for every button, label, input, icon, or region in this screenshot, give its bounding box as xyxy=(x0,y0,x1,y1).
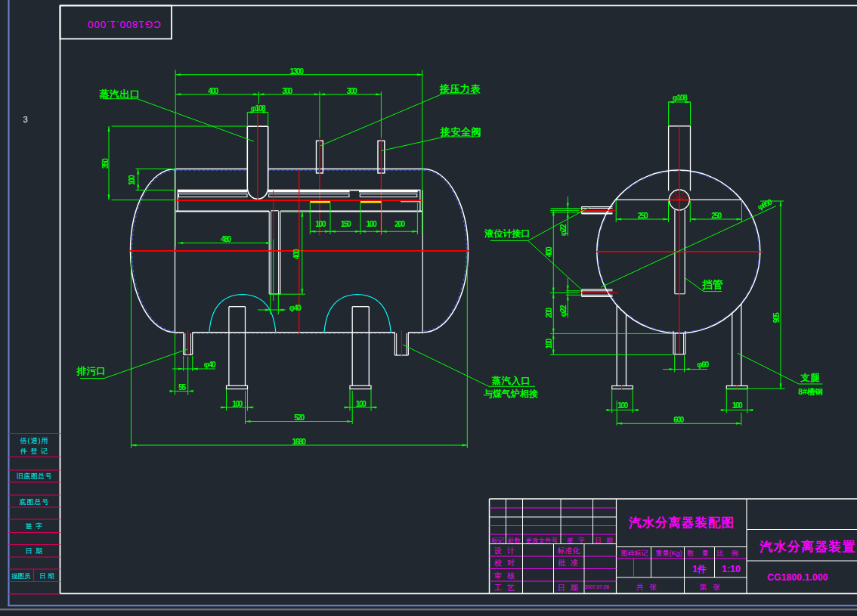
svg-text:批 准: 批 准 xyxy=(558,559,580,567)
svg-text:标记: 标记 xyxy=(491,537,505,544)
svg-text:接安全阀: 接安全阀 xyxy=(440,126,481,138)
svg-text:600: 600 xyxy=(673,416,684,424)
svg-text:校 对: 校 对 xyxy=(493,559,516,567)
svg-text:400: 400 xyxy=(545,246,553,257)
svg-text:2007.07.08: 2007.07.08 xyxy=(584,584,609,590)
svg-text:100: 100 xyxy=(232,400,243,408)
svg-text:100: 100 xyxy=(356,400,367,408)
svg-text:处数: 处数 xyxy=(508,537,521,544)
svg-text:描图员: 描图员 xyxy=(11,572,31,580)
svg-text:100: 100 xyxy=(732,401,743,410)
svg-text:350: 350 xyxy=(101,158,110,169)
svg-text:1:10: 1:10 xyxy=(722,564,741,574)
svg-text:φ60: φ60 xyxy=(697,361,709,369)
svg-text:8#槽钢: 8#槽钢 xyxy=(798,387,823,396)
svg-text:1680: 1680 xyxy=(292,438,307,446)
svg-text:设 计: 设 计 xyxy=(493,546,516,555)
svg-text:520: 520 xyxy=(294,413,305,422)
svg-text:与煤气炉相接: 与煤气炉相接 xyxy=(484,388,538,399)
svg-text:100: 100 xyxy=(128,175,136,185)
svg-text:φ108: φ108 xyxy=(251,104,266,113)
svg-text:3: 3 xyxy=(23,115,27,124)
svg-text:支腿: 支腿 xyxy=(800,373,820,383)
svg-text:200: 200 xyxy=(545,307,553,317)
svg-text:φ22: φ22 xyxy=(559,305,568,317)
svg-text:汽水分离器装配图: 汽水分离器装配图 xyxy=(628,515,735,529)
svg-text:借(通)用: 借(通)用 xyxy=(20,437,49,444)
svg-text:150: 150 xyxy=(341,220,351,228)
svg-text:φ40: φ40 xyxy=(204,361,216,369)
svg-text:200: 200 xyxy=(394,220,405,228)
svg-text:件 登 记: 件 登 记 xyxy=(20,447,48,455)
svg-text:250: 250 xyxy=(638,212,648,220)
svg-text:汽水分离器装置: 汽水分离器装置 xyxy=(759,539,855,554)
svg-text:蒸汽出口: 蒸汽出口 xyxy=(99,88,141,100)
svg-text:更改文件号: 更改文件号 xyxy=(526,537,558,544)
svg-text:挡管: 挡管 xyxy=(701,279,723,290)
svg-text:300: 300 xyxy=(347,87,357,95)
svg-text:φ22: φ22 xyxy=(559,224,568,236)
svg-text:400: 400 xyxy=(208,87,218,95)
svg-text:250: 250 xyxy=(711,212,722,220)
svg-text:1件: 1件 xyxy=(692,564,707,574)
svg-text:100: 100 xyxy=(315,220,326,228)
svg-text:签 字: 签 字 xyxy=(567,537,586,544)
svg-text:审 核: 审 核 xyxy=(494,571,516,580)
svg-text:φ108: φ108 xyxy=(673,94,688,102)
svg-text:1300: 1300 xyxy=(290,67,305,76)
svg-text:比 例: 比 例 xyxy=(716,549,741,557)
svg-text:480: 480 xyxy=(221,235,231,243)
svg-text:图样标记: 图样标记 xyxy=(621,549,648,557)
svg-text:CG1800.1.000: CG1800.1.000 xyxy=(767,572,828,583)
svg-text:旧底图总号: 旧底图总号 xyxy=(17,472,53,480)
svg-text:签 字: 签 字 xyxy=(26,522,44,530)
svg-text:第 张: 第 张 xyxy=(700,583,723,591)
svg-text:排污口: 排污口 xyxy=(76,366,107,376)
svg-text:日 期: 日 期 xyxy=(26,547,44,555)
svg-text:φ40: φ40 xyxy=(289,304,302,312)
svg-text:重量(Kg): 重量(Kg) xyxy=(655,549,682,557)
svg-text:蒸汽入口: 蒸汽入口 xyxy=(491,376,531,386)
svg-text:100: 100 xyxy=(617,401,628,410)
svg-text:共 张: 共 张 xyxy=(636,583,660,591)
svg-text:工 艺: 工 艺 xyxy=(494,583,516,592)
svg-text:标准化: 标准化 xyxy=(557,546,580,555)
svg-text:日 期: 日 期 xyxy=(558,583,580,592)
svg-text:日 期: 日 期 xyxy=(595,537,614,544)
svg-text:日 期: 日 期 xyxy=(39,572,54,580)
svg-text:905: 905 xyxy=(772,312,781,323)
svg-text:100: 100 xyxy=(545,338,553,348)
svg-text:400: 400 xyxy=(292,249,301,259)
svg-text:CG1800.1.000: CG1800.1.000 xyxy=(87,19,160,30)
svg-text:数 量: 数 量 xyxy=(687,549,712,557)
svg-text:液位计接口: 液位计接口 xyxy=(484,228,531,239)
svg-text:接压力表: 接压力表 xyxy=(439,83,481,94)
svg-text:100: 100 xyxy=(366,220,376,228)
svg-text:300: 300 xyxy=(282,87,292,95)
svg-text:底图总号: 底图总号 xyxy=(20,498,50,506)
